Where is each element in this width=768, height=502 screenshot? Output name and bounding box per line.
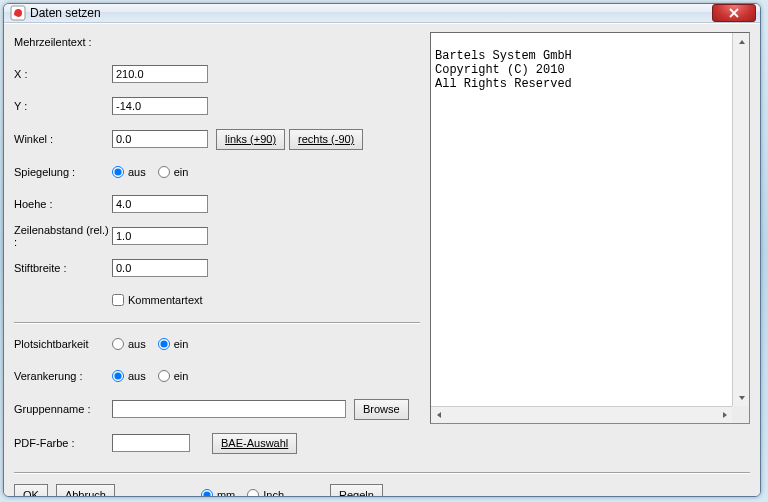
separator-bottom — [14, 472, 750, 474]
separator — [14, 322, 420, 324]
gruppenname-input[interactable] — [112, 400, 346, 418]
preview-line: All Rights Reserved — [435, 77, 572, 91]
dialog-window: Daten setzen Mehrzeilentext : X : Y : — [3, 3, 761, 497]
gruppenname-label: Gruppenname : — [14, 403, 112, 415]
hoehe-label: Hoehe : — [14, 198, 112, 210]
ein-label: ein — [174, 166, 189, 178]
app-icon — [10, 5, 26, 21]
scroll-corner — [732, 406, 749, 423]
scroll-down-icon[interactable] — [734, 390, 749, 405]
unit-mm-radio[interactable] — [201, 489, 213, 498]
spiegelung-aus-radio[interactable] — [112, 166, 124, 178]
aus-label: aus — [128, 166, 146, 178]
stiftbreite-input[interactable] — [112, 259, 208, 277]
vertical-scrollbar[interactable] — [732, 33, 749, 406]
links-button[interactable]: links (+90) — [216, 129, 285, 150]
winkel-label: Winkel : — [14, 133, 112, 145]
y-label: Y : — [14, 100, 112, 112]
preview-line: Bartels System GmbH — [435, 49, 572, 63]
form-panel: Mehrzeilentext : X : Y : Winkel : links … — [14, 32, 420, 466]
x-label: X : — [14, 68, 112, 80]
scroll-right-icon[interactable] — [717, 407, 732, 422]
inch-label: Inch — [263, 489, 284, 498]
verankerung-ein-radio[interactable] — [158, 370, 170, 382]
pdf-farbe-label: PDF-Farbe : — [14, 437, 112, 449]
ok-button[interactable]: OK — [14, 484, 48, 497]
browse-button[interactable]: Browse — [354, 399, 409, 420]
unit-inch-radio[interactable] — [247, 489, 259, 498]
window-title: Daten setzen — [30, 6, 712, 20]
verankerung-aus-radio[interactable] — [112, 370, 124, 382]
zeilenabstand-input[interactable] — [112, 227, 208, 245]
close-button[interactable] — [712, 4, 756, 22]
plot-aus-radio[interactable] — [112, 338, 124, 350]
pdf-farbe-input[interactable] — [112, 434, 190, 452]
scroll-left-icon[interactable] — [431, 407, 446, 422]
kommentartext-checkbox[interactable] — [112, 294, 124, 306]
abbruch-button[interactable]: Abbruch — [56, 484, 115, 497]
titlebar: Daten setzen — [4, 4, 760, 23]
x-input[interactable] — [112, 65, 208, 83]
mehrzeilentext-label: Mehrzeilentext : — [14, 36, 112, 48]
zeilenabstand-label: Zeilenabstand (rel.) : — [14, 224, 112, 248]
bae-auswahl-button[interactable]: BAE-Auswahl — [212, 433, 297, 454]
preview-textarea[interactable]: Bartels System GmbH Copyright (C) 2010 A… — [430, 32, 750, 424]
mm-label: mm — [217, 489, 235, 498]
close-icon — [729, 8, 739, 18]
spiegelung-ein-radio[interactable] — [158, 166, 170, 178]
client-area: Mehrzeilentext : X : Y : Winkel : links … — [4, 23, 760, 497]
horizontal-scrollbar[interactable] — [431, 406, 732, 423]
hoehe-input[interactable] — [112, 195, 208, 213]
preview-line: Copyright (C) 2010 — [435, 63, 565, 77]
regeln-button[interactable]: Regeln — [330, 484, 383, 497]
kommentartext-label: Kommentartext — [128, 294, 203, 306]
winkel-input[interactable] — [112, 130, 208, 148]
bottom-bar: OK Abbruch mm Inch Regeln — [14, 484, 750, 497]
plot-ein-radio[interactable] — [158, 338, 170, 350]
spiegelung-label: Spiegelung : — [14, 166, 112, 178]
scroll-up-icon[interactable] — [734, 34, 749, 49]
y-input[interactable] — [112, 97, 208, 115]
verankerung-label: Verankerung : — [14, 370, 112, 382]
stiftbreite-label: Stiftbreite : — [14, 262, 112, 274]
plotsichtbarkeit-label: Plotsichtbarkeit — [14, 338, 112, 350]
rechts-button[interactable]: rechts (-90) — [289, 129, 363, 150]
